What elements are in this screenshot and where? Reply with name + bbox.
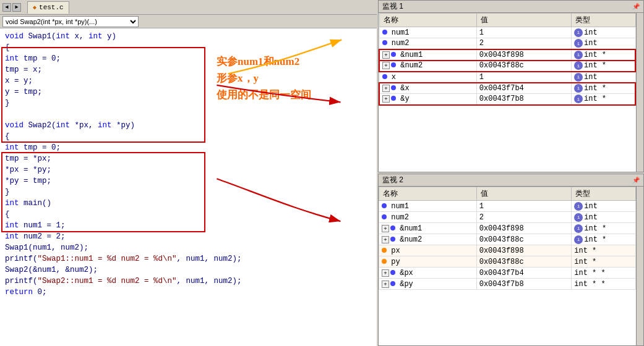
watch1-row2-value: 0x0043f898 [476, 49, 571, 61]
code-line-8 [5, 109, 377, 120]
dot-icon [390, 237, 395, 242]
code-line-9: void Swap2(int *px, int *py) [5, 120, 377, 131]
dot-icon [390, 270, 395, 275]
code-line-15: } [5, 187, 377, 198]
watch-panel-1: 监视 1 📌 名称 值 类型 [378, 0, 644, 172]
expand-btn[interactable]: + [382, 51, 390, 59]
expand-btn[interactable]: + [382, 281, 389, 288]
table-row: num1 1 i int [379, 201, 636, 212]
code-line-1: void Swap1(int x, int y) [5, 31, 377, 42]
type-icon: i [574, 73, 583, 82]
watch-panel-2: 监视 2 📌 名称 值 类型 [378, 174, 644, 346]
watch2-row5-value: 0x0043f88c [476, 256, 572, 268]
watch2-row6-name: + &px [379, 268, 477, 279]
watch1-row4-name: x [379, 72, 476, 83]
type-icon: i [574, 61, 583, 70]
code-line-6: y = tmp; [5, 86, 377, 98]
code-content: void Swap1(int x, int y) { int tmp = 0; … [0, 28, 377, 346]
watch1-row6-type: i int * [571, 94, 635, 105]
table-row: num2 2 i int [379, 38, 635, 49]
watch1-row3-name: + &num2 [379, 61, 476, 72]
expand-btn[interactable]: + [382, 85, 390, 92]
watch1-row1-value: 2 [476, 38, 571, 49]
code-line-4: tmp = x; [5, 64, 377, 75]
table-row: + &num1 0x0043f898 i int * [379, 49, 635, 61]
tab-icon: ◆ [33, 4, 36, 11]
table-row: num1 1 i int [379, 27, 635, 38]
expand-btn[interactable]: + [382, 236, 389, 243]
dot-icon [382, 74, 387, 79]
type-icon: i [574, 28, 583, 37]
code-line-10: { [5, 131, 377, 142]
watch2-table: 名称 值 类型 num1 1 [379, 187, 636, 345]
watch1-row5-type: i int * [571, 83, 635, 94]
watch2-row4-name: px [379, 245, 477, 256]
watch1-scrollbar[interactable] [636, 13, 643, 172]
watch2-row1-value: 2 [476, 212, 572, 223]
watch2-pin-btn[interactable]: 📌 [632, 177, 640, 184]
nav-back-btn[interactable]: ◄ [2, 3, 11, 12]
code-line-7: } [5, 98, 377, 109]
table-row: + &py 0x0043f7b8 int * * [379, 279, 636, 290]
type-icon: i [574, 51, 583, 59]
watch1-table-container: 名称 值 类型 num1 1 [379, 13, 643, 172]
code-line-21: printf("Swap1::num1 = %d num2 = %d\n", n… [5, 253, 377, 264]
watch1-row0-name: num1 [379, 27, 476, 38]
dot-icon [382, 203, 387, 208]
watch2-row6-value: 0x0043f7b4 [476, 268, 572, 279]
watch2-row0-type: i int [572, 201, 636, 212]
function-dropdown[interactable]: void Swap2(int *px, int *py)(...) [2, 16, 139, 27]
watch1-row0-value: 1 [476, 27, 571, 38]
watch2-row5-type: int * [572, 256, 636, 268]
watch2-row6-type: int * * [572, 268, 636, 279]
expand-btn[interactable]: + [382, 95, 390, 103]
tab-label: test.c [39, 4, 64, 11]
watch2-title: 监视 2 [382, 175, 403, 185]
dot-icon [382, 248, 387, 253]
watch1-title: 监视 1 [382, 1, 403, 12]
expand-btn[interactable]: + [382, 62, 390, 69]
code-line-20: Swap1(num1, num2); [5, 242, 377, 253]
table-row: + &x 0x0043f7b4 i int * [379, 83, 635, 94]
watch1-row4-type: i int [571, 72, 635, 83]
expand-btn[interactable]: + [382, 269, 389, 277]
code-line-19: int num2 = 2; [5, 231, 377, 242]
watch2-row5-name: py [379, 256, 477, 268]
type-icon: i [574, 39, 583, 48]
watch2-row7-type: int * * [572, 279, 636, 290]
type-icon: i [574, 235, 583, 244]
watch1-pin-btn[interactable]: 📌 [632, 3, 640, 11]
code-panel: ◄ ► ◆ test.c void Swap2(int *px, int *py… [0, 0, 377, 346]
watch2-col-name: 名称 [379, 187, 477, 201]
type-icon: i [574, 224, 583, 233]
dot-icon [391, 85, 396, 90]
watch1-row1-name: num2 [379, 38, 476, 49]
code-line-17: { [5, 209, 377, 220]
right-panels: 监视 1 📌 名称 值 类型 [378, 0, 644, 346]
watch2-row7-value: 0x0043f7b8 [476, 279, 572, 290]
code-line-14: *py = tmp; [5, 175, 377, 187]
dot-icon [382, 214, 387, 219]
code-line-11: int tmp = 0; [5, 142, 377, 153]
code-nav-bar: void Swap2(int *px, int *py)(...) [0, 15, 377, 28]
type-icon: i [574, 95, 583, 103]
nav-forward-btn[interactable]: ► [12, 3, 21, 12]
watch2-row2-value: 0x0043f898 [476, 223, 572, 234]
table-row: px 0x0043f898 int * [379, 245, 636, 256]
watch2-row2-name: + &num1 [379, 223, 477, 234]
watch2-row0-name: num1 [379, 201, 477, 212]
watch1-row1-type: i int [571, 38, 635, 49]
watch1-col-type: 类型 [571, 14, 635, 27]
table-row: + &y 0x0043f7b8 i int * [379, 94, 635, 105]
watch2-row0-value: 1 [476, 201, 572, 212]
watch1-col-value: 值 [476, 14, 571, 27]
dot-icon [382, 40, 387, 45]
watch2-row2-type: i int * [572, 223, 636, 234]
table-row: + &num2 0x0043f88c i int * [379, 61, 635, 72]
watch2-title-bar: 监视 2 📌 [379, 174, 643, 187]
dot-icon [382, 30, 387, 35]
watch1-row2-name: + &num1 [379, 49, 476, 61]
watch2-scrollbar[interactable] [636, 187, 643, 345]
code-tab-test-c[interactable]: ◆ test.c [27, 1, 69, 14]
expand-btn[interactable]: + [382, 225, 389, 232]
